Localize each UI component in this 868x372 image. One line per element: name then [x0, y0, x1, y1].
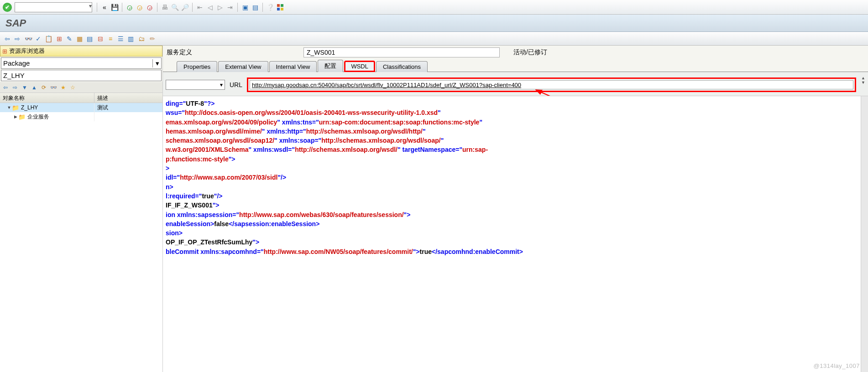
- service-def-status: 活动/已修订: [513, 48, 547, 57]
- url-highlight-box: http://mysap.goodsap.cn:50400/sap/bc/srt…: [247, 78, 856, 92]
- nav-fwd-icon[interactable]: ⇨: [13, 34, 22, 43]
- url-type-dropdown[interactable]: ▾: [166, 80, 225, 90]
- title-bar: SAP: [0, 15, 868, 32]
- tab-properties[interactable]: Properties: [177, 61, 217, 72]
- test-icon[interactable]: ▥: [126, 34, 135, 43]
- folder-icon: 📁: [12, 104, 19, 111]
- nav-left-icon[interactable]: ⇦: [1, 83, 10, 92]
- tab-wsdl[interactable]: WSDL: [344, 61, 375, 72]
- back-icon[interactable]: ◶: [125, 3, 134, 12]
- service-def-label: 服务定义: [167, 48, 299, 57]
- new-session-icon[interactable]: ▣: [241, 3, 250, 12]
- left-panel: ⊞ 资源库浏览器 Package ▾ Z_LHY ⇦ ⇨ ▼ ▲ ⟳ 👓 ★ ☆…: [0, 46, 163, 372]
- pretty-icon[interactable]: ✏: [148, 34, 157, 43]
- url-area: ▾ URL http://mysap.goodsap.cn:50400/sap/…: [163, 72, 868, 96]
- url-label: URL: [230, 81, 242, 88]
- service-def-row: 服务定义 Z_WS001 活动/已修订: [163, 46, 868, 59]
- edit-icon[interactable]: ✎: [65, 34, 74, 43]
- tree-item-label: Z_LHY: [21, 104, 38, 111]
- tree-toolbar: ⇦ ⇨ ▼ ▲ ⟳ 👓 ★ ☆: [0, 82, 162, 93]
- xml-viewer: ding="UTF-8"?>wsu="http://docs.oasis-ope…: [163, 96, 868, 372]
- find-icon: 🔍: [170, 3, 179, 12]
- tree-item-desc: [94, 112, 162, 121]
- tree-item-label: 企业服务: [27, 113, 49, 121]
- svg-rect-1: [281, 4, 283, 7]
- last-page-icon: ⇥: [225, 3, 235, 12]
- hierarchy-icon[interactable]: ⊟: [96, 34, 105, 43]
- tree-item-desc: 测试: [94, 103, 162, 112]
- tree-header: 对象名称 描述: [0, 93, 162, 103]
- display-tree-icon[interactable]: 👓: [49, 83, 58, 92]
- where-used-icon[interactable]: ⊞: [55, 34, 64, 43]
- package-input-value: Z_LHY: [3, 72, 25, 79]
- service-def-input[interactable]: Z_WS001: [303, 47, 500, 57]
- service-def-value: Z_WS001: [307, 49, 335, 56]
- sap-logo: SAP: [5, 17, 26, 29]
- tab-internal-view[interactable]: Internal View: [269, 61, 317, 72]
- nav-right-icon[interactable]: ⇨: [10, 83, 20, 92]
- scroll-arrows[interactable]: ▲▼: [861, 76, 865, 85]
- find-next-icon: 🔎: [180, 3, 189, 12]
- favorite-icon[interactable]: ★: [58, 83, 68, 92]
- collapse-icon[interactable]: ▲: [30, 83, 39, 92]
- help-icon[interactable]: ❔: [266, 3, 275, 12]
- cancel-icon[interactable]: ◶: [145, 3, 154, 12]
- nav-back-icon[interactable]: ⇦: [3, 34, 12, 43]
- hierarchy-icon: ⊞: [2, 48, 7, 55]
- tree-row[interactable]: ▼📁Z_LHY测试: [0, 103, 162, 112]
- app-toolbar: ⇦ ⇨ 👓 ✓ 📋 ⊞ ✎ ▦ ▤ ⊟ ≡ ☰ ▥ 🗂 ✏: [0, 32, 868, 46]
- chevron-down-icon: ▾: [152, 59, 159, 67]
- tab-external-view[interactable]: External View: [218, 61, 268, 72]
- top-toolbar: ✔ ▾ « 💾 ◶ ◶ ◶ 🖶 🔍 🔎 ⇤ ◁ ▷ ⇥ ▣ ▤ ❔: [0, 0, 868, 15]
- main-split: ⊞ 资源库浏览器 Package ▾ Z_LHY ⇦ ⇨ ▼ ▲ ⟳ 👓 ★ ☆…: [0, 46, 868, 372]
- first-page-icon: ⇤: [195, 3, 204, 12]
- url-input[interactable]: http://mysap.goodsap.cn:50400/sap/bc/srt…: [250, 80, 853, 89]
- xml-content: ding="UTF-8"?>wsu="http://docs.oasis-ope…: [163, 99, 868, 256]
- exit-icon[interactable]: ◶: [135, 3, 144, 12]
- repository-browser-title: 资源库浏览器: [9, 47, 45, 55]
- tab-classifications[interactable]: Classifications: [376, 61, 428, 72]
- svg-rect-3: [281, 8, 283, 10]
- repository-browser-header: ⊞ 资源库浏览器: [0, 46, 162, 57]
- other-obj-icon[interactable]: ▦: [75, 34, 84, 43]
- prev-page-icon: ◁: [205, 3, 214, 12]
- chevron-down-icon: ▾: [220, 82, 223, 88]
- display-icon[interactable]: 👓: [24, 34, 33, 43]
- enter-icon[interactable]: ✔: [3, 3, 12, 12]
- shortcut-icon[interactable]: ▤: [251, 3, 260, 12]
- right-panel: 服务定义 Z_WS001 活动/已修订 PropertiesExternal V…: [163, 46, 868, 372]
- tree-toggle-icon[interactable]: ▼: [6, 105, 12, 110]
- save-icon[interactable]: 💾: [110, 3, 119, 12]
- next-page-icon: ▷: [215, 3, 225, 12]
- tree-toggle-icon[interactable]: ▶: [13, 114, 18, 119]
- print-icon: 🖶: [160, 3, 169, 12]
- scrollbar[interactable]: [861, 96, 868, 372]
- detail-icon[interactable]: ☰: [116, 34, 125, 43]
- tab-strip: PropertiesExternal ViewInternal View配置WS…: [163, 59, 868, 72]
- check-icon[interactable]: ✓: [34, 34, 43, 43]
- add-fav-icon[interactable]: ☆: [68, 83, 77, 92]
- tree-row[interactable]: ▶📁企业服务: [0, 112, 162, 121]
- tab-配置[interactable]: 配置: [318, 60, 343, 72]
- enhance-icon[interactable]: ▤: [85, 34, 94, 43]
- activate-icon[interactable]: 📋: [44, 34, 53, 43]
- package-select-value: Package: [3, 59, 30, 67]
- url-value: http://mysap.goodsap.cn:50400/sap/bc/srt…: [252, 82, 521, 88]
- transaction-combo[interactable]: ▾: [15, 2, 92, 12]
- tree-col-desc: 描述: [94, 93, 162, 103]
- tree-body: ▼📁Z_LHY测试▶📁企业服务: [0, 103, 162, 372]
- expand-icon[interactable]: ▼: [20, 83, 29, 92]
- watermark: @1314lay_1007: [814, 362, 860, 369]
- svg-rect-2: [277, 8, 280, 10]
- refresh-icon[interactable]: ⟳: [39, 83, 48, 92]
- tree-col-name: 对象名称: [0, 93, 94, 103]
- list-icon[interactable]: ≡: [106, 34, 115, 43]
- collapse-icon[interactable]: «: [100, 3, 109, 12]
- package-select[interactable]: Package ▾: [1, 57, 162, 69]
- folder-icon: 📁: [18, 114, 26, 120]
- svg-rect-0: [277, 4, 280, 7]
- layout-icon[interactable]: [276, 3, 285, 12]
- package-input[interactable]: Z_LHY: [1, 70, 162, 81]
- transport-icon[interactable]: 🗂: [137, 34, 146, 43]
